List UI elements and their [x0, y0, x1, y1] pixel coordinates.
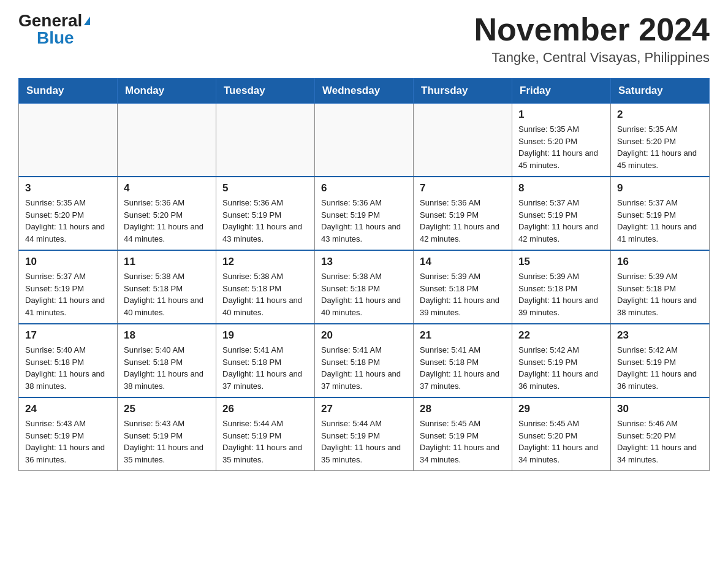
day-info: Sunrise: 5:37 AM Sunset: 5:19 PM Dayligh…	[518, 197, 604, 245]
calendar-cell	[414, 104, 512, 177]
day-number: 20	[321, 329, 407, 342]
day-info: Sunrise: 5:40 AM Sunset: 5:18 PM Dayligh…	[124, 344, 210, 392]
day-info: Sunrise: 5:36 AM Sunset: 5:19 PM Dayligh…	[222, 197, 308, 245]
calendar-cell	[118, 104, 216, 177]
day-number: 13	[321, 256, 407, 268]
calendar-cell: 22Sunrise: 5:42 AM Sunset: 5:19 PM Dayli…	[512, 324, 611, 397]
logo: General Blue	[18, 12, 90, 47]
day-info: Sunrise: 5:45 AM Sunset: 5:20 PM Dayligh…	[518, 418, 604, 465]
weekday-header-saturday: Saturday	[611, 79, 710, 104]
day-info: Sunrise: 5:41 AM Sunset: 5:18 PM Dayligh…	[321, 344, 407, 392]
logo-triangle-icon	[84, 17, 90, 25]
day-info: Sunrise: 5:40 AM Sunset: 5:18 PM Dayligh…	[25, 344, 111, 392]
calendar-cell	[216, 104, 315, 177]
day-number: 7	[420, 182, 506, 194]
calendar-cell: 15Sunrise: 5:39 AM Sunset: 5:18 PM Dayli…	[512, 250, 611, 324]
calendar-cell: 23Sunrise: 5:42 AM Sunset: 5:19 PM Dayli…	[611, 324, 710, 397]
day-info: Sunrise: 5:46 AM Sunset: 5:20 PM Dayligh…	[617, 418, 703, 465]
day-info: Sunrise: 5:36 AM Sunset: 5:19 PM Dayligh…	[321, 197, 407, 245]
day-number: 24	[25, 403, 111, 415]
calendar-cell	[315, 104, 414, 177]
calendar-week-row: 10Sunrise: 5:37 AM Sunset: 5:19 PM Dayli…	[19, 250, 710, 324]
calendar-cell: 26Sunrise: 5:44 AM Sunset: 5:19 PM Dayli…	[216, 397, 315, 471]
calendar-cell: 25Sunrise: 5:43 AM Sunset: 5:19 PM Dayli…	[118, 397, 216, 471]
day-info: Sunrise: 5:43 AM Sunset: 5:19 PM Dayligh…	[124, 418, 210, 465]
day-number: 9	[617, 182, 703, 194]
day-info: Sunrise: 5:44 AM Sunset: 5:19 PM Dayligh…	[321, 418, 407, 465]
day-number: 27	[321, 403, 407, 415]
calendar-cell: 10Sunrise: 5:37 AM Sunset: 5:19 PM Dayli…	[19, 250, 118, 324]
day-number: 2	[617, 109, 703, 121]
day-number: 28	[420, 403, 506, 415]
day-info: Sunrise: 5:36 AM Sunset: 5:20 PM Dayligh…	[124, 197, 210, 245]
day-number: 4	[124, 182, 210, 194]
page-header: General Blue November 2024 Tangke, Centr…	[18, 12, 710, 66]
calendar-cell: 29Sunrise: 5:45 AM Sunset: 5:20 PM Dayli…	[512, 397, 611, 471]
day-number: 8	[518, 182, 604, 194]
day-number: 15	[518, 256, 604, 268]
day-number: 19	[222, 329, 308, 342]
day-info: Sunrise: 5:35 AM Sunset: 5:20 PM Dayligh…	[518, 123, 604, 171]
calendar-cell: 1Sunrise: 5:35 AM Sunset: 5:20 PM Daylig…	[512, 104, 611, 177]
day-number: 22	[518, 329, 604, 342]
title-block: November 2024 Tangke, Central Visayas, P…	[474, 12, 710, 66]
calendar-cell: 12Sunrise: 5:38 AM Sunset: 5:18 PM Dayli…	[216, 250, 315, 324]
calendar-cell: 2Sunrise: 5:35 AM Sunset: 5:20 PM Daylig…	[611, 104, 710, 177]
calendar-cell: 13Sunrise: 5:38 AM Sunset: 5:18 PM Dayli…	[315, 250, 414, 324]
day-number: 26	[222, 403, 308, 415]
day-info: Sunrise: 5:36 AM Sunset: 5:19 PM Dayligh…	[420, 197, 506, 245]
weekday-header-monday: Monday	[118, 79, 216, 104]
day-number: 1	[518, 109, 604, 121]
day-info: Sunrise: 5:38 AM Sunset: 5:18 PM Dayligh…	[124, 270, 210, 318]
calendar-table: SundayMondayTuesdayWednesdayThursdayFrid…	[18, 78, 710, 471]
calendar-cell: 11Sunrise: 5:38 AM Sunset: 5:18 PM Dayli…	[118, 250, 216, 324]
calendar-header-row: SundayMondayTuesdayWednesdayThursdayFrid…	[19, 79, 710, 104]
calendar-cell: 5Sunrise: 5:36 AM Sunset: 5:19 PM Daylig…	[216, 177, 315, 250]
day-info: Sunrise: 5:35 AM Sunset: 5:20 PM Dayligh…	[25, 197, 111, 245]
day-number: 25	[124, 403, 210, 415]
day-number: 3	[25, 182, 111, 194]
day-info: Sunrise: 5:41 AM Sunset: 5:18 PM Dayligh…	[420, 344, 506, 392]
day-info: Sunrise: 5:44 AM Sunset: 5:19 PM Dayligh…	[222, 418, 308, 465]
calendar-cell: 6Sunrise: 5:36 AM Sunset: 5:19 PM Daylig…	[315, 177, 414, 250]
day-number: 30	[617, 403, 703, 415]
calendar-cell: 20Sunrise: 5:41 AM Sunset: 5:18 PM Dayli…	[315, 324, 414, 397]
calendar-cell: 18Sunrise: 5:40 AM Sunset: 5:18 PM Dayli…	[118, 324, 216, 397]
calendar-cell: 19Sunrise: 5:41 AM Sunset: 5:18 PM Dayli…	[216, 324, 315, 397]
calendar-cell: 16Sunrise: 5:39 AM Sunset: 5:18 PM Dayli…	[611, 250, 710, 324]
calendar-cell: 4Sunrise: 5:36 AM Sunset: 5:20 PM Daylig…	[118, 177, 216, 250]
day-number: 5	[222, 182, 308, 194]
day-number: 18	[124, 329, 210, 342]
day-number: 29	[518, 403, 604, 415]
day-number: 11	[124, 256, 210, 268]
day-number: 12	[222, 256, 308, 268]
day-number: 21	[420, 329, 506, 342]
calendar-cell: 28Sunrise: 5:45 AM Sunset: 5:19 PM Dayli…	[414, 397, 512, 471]
day-info: Sunrise: 5:35 AM Sunset: 5:20 PM Dayligh…	[617, 123, 703, 171]
weekday-header-wednesday: Wednesday	[315, 79, 414, 104]
day-number: 14	[420, 256, 506, 268]
day-info: Sunrise: 5:37 AM Sunset: 5:19 PM Dayligh…	[617, 197, 703, 245]
month-title: November 2024	[474, 12, 710, 47]
day-number: 23	[617, 329, 703, 342]
day-info: Sunrise: 5:39 AM Sunset: 5:18 PM Dayligh…	[518, 270, 604, 318]
location-subtitle: Tangke, Central Visayas, Philippines	[474, 50, 710, 66]
calendar-cell: 3Sunrise: 5:35 AM Sunset: 5:20 PM Daylig…	[19, 177, 118, 250]
day-info: Sunrise: 5:38 AM Sunset: 5:18 PM Dayligh…	[222, 270, 308, 318]
day-info: Sunrise: 5:38 AM Sunset: 5:18 PM Dayligh…	[321, 270, 407, 318]
day-info: Sunrise: 5:39 AM Sunset: 5:18 PM Dayligh…	[420, 270, 506, 318]
calendar-week-row: 24Sunrise: 5:43 AM Sunset: 5:19 PM Dayli…	[19, 397, 710, 471]
day-number: 6	[321, 182, 407, 194]
day-info: Sunrise: 5:37 AM Sunset: 5:19 PM Dayligh…	[25, 270, 111, 318]
logo-general-text: General	[18, 12, 82, 29]
calendar-cell: 24Sunrise: 5:43 AM Sunset: 5:19 PM Dayli…	[19, 397, 118, 471]
day-info: Sunrise: 5:43 AM Sunset: 5:19 PM Dayligh…	[25, 418, 111, 465]
day-number: 10	[25, 256, 111, 268]
calendar-cell: 9Sunrise: 5:37 AM Sunset: 5:19 PM Daylig…	[611, 177, 710, 250]
calendar-cell: 8Sunrise: 5:37 AM Sunset: 5:19 PM Daylig…	[512, 177, 611, 250]
calendar-week-row: 3Sunrise: 5:35 AM Sunset: 5:20 PM Daylig…	[19, 177, 710, 250]
day-info: Sunrise: 5:42 AM Sunset: 5:19 PM Dayligh…	[518, 344, 604, 392]
calendar-cell: 30Sunrise: 5:46 AM Sunset: 5:20 PM Dayli…	[611, 397, 710, 471]
calendar-cell: 27Sunrise: 5:44 AM Sunset: 5:19 PM Dayli…	[315, 397, 414, 471]
weekday-header-sunday: Sunday	[19, 79, 118, 104]
